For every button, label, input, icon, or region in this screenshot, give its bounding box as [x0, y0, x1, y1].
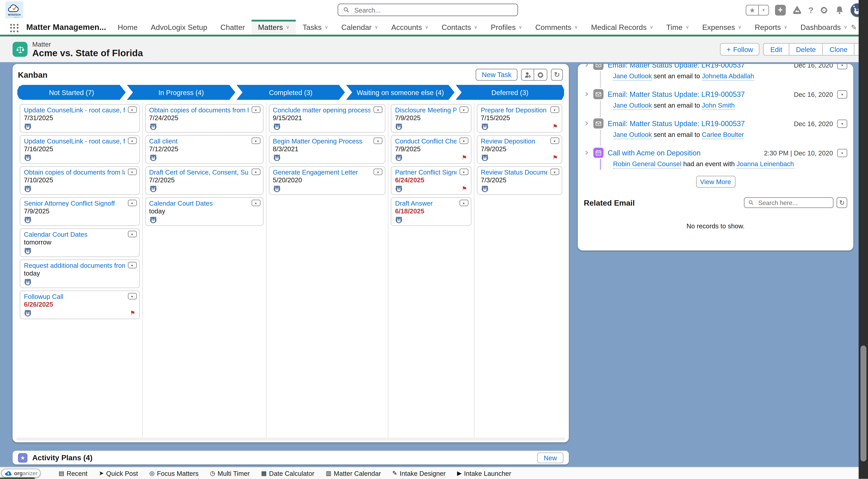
- task-link[interactable]: Prepare for Deposition: [481, 107, 547, 114]
- kanban-card[interactable]: Prepare for Deposition▼7/15/2025⚑: [476, 104, 562, 133]
- kanban-gear-icon[interactable]: [534, 69, 547, 80]
- kanban-card[interactable]: Obtain copies of documents from la…▼7/24…: [145, 104, 263, 133]
- card-dropdown-icon[interactable]: ▼: [459, 107, 468, 113]
- view-more-button[interactable]: View More: [696, 176, 735, 188]
- kanban-card[interactable]: Followup Call▼6/26/2025⚑: [20, 291, 140, 319]
- kanban-column-header[interactable]: Deferred (3): [456, 85, 564, 100]
- nav-tab-profiles[interactable]: Profiles∨: [484, 20, 529, 35]
- timeline-item-title[interactable]: Call with Acme on Deposition: [608, 149, 760, 157]
- timeline-item-title[interactable]: Email: Matter Status Update: LR19-000537: [608, 90, 790, 98]
- kanban-card[interactable]: Request additional documents from…▼today: [20, 260, 140, 288]
- assignee-bear-avatar[interactable]: [273, 185, 281, 192]
- task-link[interactable]: Conclude matter opening process, …: [273, 107, 371, 114]
- target-link[interactable]: Joanna Leinenbach: [737, 160, 794, 169]
- assignee-bear-avatar[interactable]: [149, 154, 157, 161]
- timeline-item-dropdown-icon[interactable]: ▼: [837, 119, 847, 128]
- nav-tab-contacts[interactable]: Contacts∨: [435, 20, 484, 35]
- utility-item-matter-calendar[interactable]: ▥Matter Calendar: [326, 470, 381, 477]
- kanban-card[interactable]: Update CounselLink - root cause, fa…▼7/3…: [20, 104, 140, 133]
- utility-item-intake-launcher[interactable]: ▶Intake Launcher: [457, 470, 511, 477]
- task-link[interactable]: Followup Call: [24, 293, 125, 300]
- card-dropdown-icon[interactable]: ▼: [251, 200, 260, 206]
- nav-tab-accounts[interactable]: Accounts∨: [384, 20, 435, 35]
- nav-tab-chatter[interactable]: Chatter: [214, 20, 252, 35]
- follow-button[interactable]: +Follow: [720, 43, 760, 56]
- assign-user-icon[interactable]: [522, 69, 534, 80]
- target-link[interactable]: Johnetta Abdallah: [702, 72, 754, 81]
- expand-chevron-icon[interactable]: [584, 150, 589, 155]
- expand-chevron-icon[interactable]: [584, 121, 589, 126]
- notifications-bell-icon[interactable]: [835, 5, 844, 15]
- timeline-item-dropdown-icon[interactable]: ▼: [837, 149, 847, 157]
- card-dropdown-icon[interactable]: ▼: [128, 231, 136, 237]
- assignee-bear-avatar[interactable]: [24, 278, 32, 286]
- card-dropdown-icon[interactable]: ▼: [128, 293, 136, 299]
- kanban-column-header[interactable]: In Progress (4): [127, 85, 235, 100]
- nav-tab-home[interactable]: Home: [111, 20, 144, 35]
- kanban-card[interactable]: Senior Attorney Conflict Signoff▼7/9/202…: [20, 197, 140, 226]
- nav-tab-tasks[interactable]: Tasks∨: [296, 20, 335, 35]
- kanban-card[interactable]: Partner Conflict Signoff▼6/24/2025⚑: [391, 166, 471, 195]
- kanban-column-header[interactable]: Completed (3): [237, 85, 345, 100]
- organizer-pill[interactable]: organizer: [1, 469, 41, 478]
- page-scrollbar[interactable]: [859, 0, 868, 479]
- app-launcher-icon[interactable]: [10, 24, 19, 32]
- card-dropdown-icon[interactable]: ▼: [550, 107, 559, 113]
- nav-tab-expenses[interactable]: Expenses∨: [696, 20, 748, 35]
- assignee-bear-avatar[interactable]: [395, 123, 403, 130]
- app-name[interactable]: Matter Managemen...: [26, 23, 106, 32]
- actor-link[interactable]: Jane Outlook: [613, 72, 652, 81]
- task-link[interactable]: Generate Engagement Letter: [273, 169, 371, 176]
- kanban-card[interactable]: Calendar Court Dates▼tomorrow: [20, 228, 140, 257]
- target-link[interactable]: Carlee Boulter: [702, 131, 744, 139]
- task-link[interactable]: Calendar Court Dates: [149, 200, 248, 207]
- edit-button[interactable]: Edit: [764, 43, 789, 55]
- global-search-input[interactable]: [353, 6, 513, 14]
- nav-tab-comments[interactable]: Comments∨: [529, 20, 585, 35]
- card-dropdown-icon[interactable]: ▼: [128, 138, 136, 144]
- kanban-card[interactable]: Review Status Documents▼7/3/2025: [476, 166, 562, 195]
- kanban-card[interactable]: Draft Cert of Service, Consent, Sub…▼7/2…: [145, 166, 263, 195]
- assignee-bear-avatar[interactable]: [481, 123, 489, 130]
- card-dropdown-icon[interactable]: ▼: [251, 138, 260, 144]
- nav-tab-calendar[interactable]: Calendar∨: [335, 20, 385, 35]
- assignee-bear-avatar[interactable]: [149, 216, 157, 223]
- task-link[interactable]: Calendar Court Dates: [24, 231, 125, 238]
- assignee-bear-avatar[interactable]: [24, 309, 32, 317]
- kanban-card[interactable]: Update CounselLink - root cause, fa…▼7/1…: [20, 135, 140, 164]
- related-email-search-input[interactable]: [757, 199, 829, 207]
- utility-item-multi-timer[interactable]: ◷Multi Timer: [210, 470, 250, 477]
- task-link[interactable]: Disclosure Meeting Prep: [395, 107, 456, 114]
- assignee-bear-avatar[interactable]: [395, 154, 403, 161]
- nav-tab-medical-records[interactable]: Medical Records∨: [584, 20, 660, 35]
- kanban-card[interactable]: Conclude matter opening process, …▼9/15/…: [269, 104, 385, 133]
- assignee-bear-avatar[interactable]: [149, 185, 157, 192]
- card-dropdown-icon[interactable]: ▼: [459, 138, 468, 144]
- task-link[interactable]: Update CounselLink - root cause, fa…: [24, 107, 125, 114]
- kanban-card[interactable]: Draft Answer▼6/18/2025: [391, 197, 471, 226]
- expand-chevron-icon[interactable]: [584, 64, 589, 67]
- activity-plans-new-button[interactable]: New: [537, 452, 563, 463]
- actor-link[interactable]: Jane Outlook: [613, 101, 652, 110]
- global-search[interactable]: [338, 4, 518, 16]
- timeline-item-dropdown-icon[interactable]: ▼: [837, 64, 847, 69]
- actor-link[interactable]: Robin General Counsel: [613, 160, 681, 169]
- kanban-column-header[interactable]: Waiting on someone else (4): [346, 85, 455, 100]
- expand-chevron-icon[interactable]: [584, 91, 589, 97]
- utility-item-recent[interactable]: ▤Recent: [59, 470, 87, 477]
- task-link[interactable]: Draft Cert of Service, Consent, Sub…: [149, 169, 248, 176]
- assignee-bear-avatar[interactable]: [273, 123, 281, 130]
- task-link[interactable]: Obtain copies of documents from la…: [24, 169, 125, 176]
- setup-gear-icon[interactable]: [819, 5, 829, 15]
- activity-plans-bar[interactable]: ★ Activity Plans (4) New: [12, 451, 569, 465]
- assignee-bear-avatar[interactable]: [24, 216, 32, 223]
- delete-button[interactable]: Delete: [789, 43, 823, 55]
- task-link[interactable]: Review Status Documents: [481, 169, 547, 176]
- timeline-item-dropdown-icon[interactable]: ▼: [837, 90, 847, 98]
- card-dropdown-icon[interactable]: ▼: [128, 169, 136, 175]
- utility-item-quick-post[interactable]: ➤Quick Post: [99, 470, 138, 477]
- kanban-card[interactable]: Conduct Conflict Checks▼7/9/2025⚑: [391, 135, 471, 164]
- assignee-bear-avatar[interactable]: [395, 216, 403, 223]
- kanban-column-header[interactable]: Not Started (7): [17, 85, 126, 100]
- task-link[interactable]: Request additional documents from…: [24, 262, 125, 269]
